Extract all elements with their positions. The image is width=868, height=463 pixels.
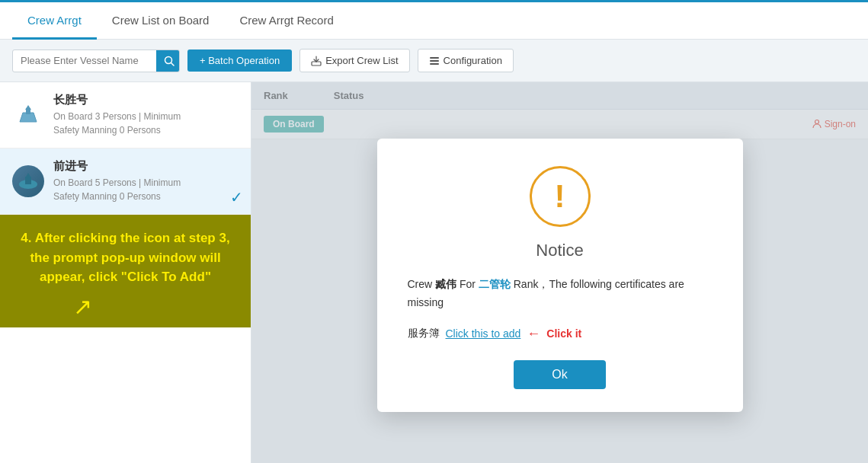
vessel-name-1: 长胜号 (53, 93, 239, 107)
click-to-add-link[interactable]: Click this to add (446, 327, 521, 340)
missing-label: 服务簿 (408, 327, 440, 340)
svg-rect-4 (430, 57, 439, 59)
svg-rect-6 (430, 63, 439, 65)
tab-crew-arrgt[interactable]: Crew Arrgt (12, 2, 97, 40)
svg-rect-5 (430, 60, 439, 62)
config-icon (429, 56, 440, 66)
search-icon (164, 56, 175, 66)
notice-icon: ! (530, 166, 591, 227)
export-crew-list-button[interactable]: Export Crew List (299, 49, 409, 72)
modal-footer: Ok (408, 360, 713, 389)
export-icon (311, 56, 322, 66)
configuration-button[interactable]: Configuration (418, 49, 514, 72)
vessel-name-2: 前进号 (53, 159, 239, 174)
svg-marker-9 (25, 105, 31, 110)
top-nav: Crew Arrgt Crew List on Board Crew Arrgt… (0, 0, 868, 40)
svg-marker-12 (25, 173, 31, 178)
annotation-arrow: ↗ (73, 293, 239, 320)
vessel-icon-1 (12, 99, 44, 131)
modal-body: Crew 臧伟 For 二管轮 Rank，The following certi… (408, 276, 713, 312)
search-input[interactable] (13, 50, 156, 71)
vessel-info-1: 长胜号 On Board 3 Persons | Minimum Safety … (53, 93, 239, 137)
tab-crew-list-on-board[interactable]: Crew List on Board (97, 2, 225, 40)
vessel-item[interactable]: 长胜号 On Board 3 Persons | Minimum Safety … (0, 82, 251, 148)
modal-overlay: ! Notice Crew 臧伟 For 二管轮 Rank，The follow… (251, 82, 868, 463)
svg-rect-2 (312, 62, 321, 65)
vessel-item-selected[interactable]: 前进号 On Board 5 Persons | Minimum Safety … (0, 148, 251, 215)
tab-crew-arrgt-record[interactable]: Crew Arrgt Record (224, 2, 348, 40)
vessel-detail-2: On Board 5 Persons | Minimum Safety Mann… (53, 176, 239, 203)
modal-title: Notice (408, 241, 713, 260)
vessel-icon-2 (12, 165, 44, 197)
rank-name: 二管轮 (479, 278, 511, 290)
left-panel: 长胜号 On Board 3 Persons | Minimum Safety … (0, 82, 251, 463)
batch-operation-button[interactable]: + Batch Operation (187, 49, 292, 72)
modal-icon-wrap: ! (408, 166, 713, 227)
right-panel: Rank Status On Board Sign-on ! (251, 82, 868, 463)
svg-line-1 (171, 62, 175, 65)
click-it-label: Click it (546, 327, 581, 340)
annotation-block: 4. After clicking the icon at step 3, th… (0, 215, 251, 327)
main-content: 长胜号 On Board 3 Persons | Minimum Safety … (0, 82, 868, 463)
modal-missing-line: 服务簿 Click this to add ← Click it (408, 326, 713, 342)
search-wrap (12, 49, 180, 72)
ok-button[interactable]: Ok (514, 360, 605, 389)
vessel-detail-1: On Board 3 Persons | Minimum Safety Mann… (53, 110, 239, 137)
selected-checkmark: ✓ (230, 188, 243, 206)
vessel-info-2: 前进号 On Board 5 Persons | Minimum Safety … (53, 159, 239, 203)
toolbar: + Batch Operation Export Crew List Confi… (0, 40, 868, 82)
modal-box: ! Notice Crew 臧伟 For 二管轮 Rank，The follow… (377, 139, 743, 412)
crew-name: 臧伟 (435, 278, 456, 290)
search-button[interactable] (156, 50, 180, 72)
arrow-left-icon: ← (527, 326, 540, 342)
annotation-text: 4. After clicking the icon at step 3, th… (12, 228, 239, 287)
